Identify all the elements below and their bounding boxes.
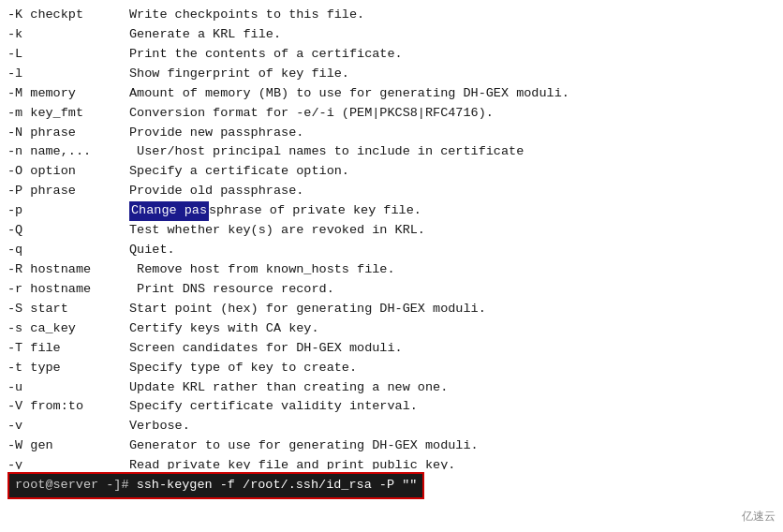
flag-N: -N phrase (7, 124, 129, 143)
flag-Q: -Q (7, 221, 129, 241)
line-O: -O option Specify a certificate option. (7, 162, 776, 182)
line-m: -m key_fmt Conversion format for -e/-i (… (7, 104, 776, 124)
line-V: -V from:to Specify certificate validity … (7, 397, 776, 417)
command-input[interactable]: root@server -]# ssh-keygen -f /root/.ssh… (7, 472, 424, 499)
desc-V: Specify certificate validity interval. (129, 397, 418, 417)
line-T: -T file Screen candidates for DH-GEX mod… (7, 339, 776, 359)
desc-m: Conversion format for -e/-i (PEM|PKCS8|R… (129, 104, 494, 124)
line-P: -P phrase Provide old passphrase. (7, 182, 776, 201)
flag-u: -u (7, 378, 129, 398)
watermark-text: 亿速云 (742, 510, 776, 523)
desc-L: Print the contents of a certificate. (129, 45, 403, 65)
flag-l: -l (7, 65, 129, 84)
line-L: -L Print the contents of a certificate. (7, 45, 776, 65)
flag-r: -r hostname (7, 280, 129, 300)
desc-M: Amount of memory (MB) to use for generat… (129, 84, 569, 104)
desc-t: Specify type of key to create. (129, 359, 357, 378)
flag-K: -K checkpt (7, 6, 129, 25)
desc-O: Specify a certificate option. (129, 162, 349, 182)
line-n: -n name,... User/host principal names to… (7, 142, 776, 162)
flag-m: -m key_fmt (7, 104, 129, 124)
desc-v: Verbose. (129, 417, 190, 436)
desc-N: Provide new passphrase. (129, 124, 303, 143)
line-t: -t type Specify type of key to create. (7, 359, 776, 378)
prompt: root@server (15, 478, 98, 492)
line-s: -s ca_key Certify keys with CA key. (7, 319, 776, 339)
flag-s: -s ca_key (7, 319, 129, 339)
terminal-window: -K checkpt Write checkpoints to this fil… (0, 0, 783, 532)
desc-T: Screen candidates for DH-GEX moduli. (129, 339, 403, 359)
flag-S: -S start (7, 300, 129, 319)
line-v: -v Verbose. (7, 417, 776, 436)
flag-O: -O option (7, 162, 129, 182)
line-q: -q Quiet. (7, 241, 776, 260)
flag-t: -t type (7, 359, 129, 378)
desc-S: Start point (hex) for generating DH-GEX … (129, 300, 486, 319)
desc-q: Quiet. (129, 241, 175, 260)
line-l: -l Show fingerprint of key file. (7, 65, 776, 84)
desc-R: Remove host from known_hosts file. (129, 260, 395, 280)
desc-n: User/host principal names to include in … (129, 142, 524, 162)
line-K: -K checkpt Write checkpoints to this fil… (7, 6, 776, 25)
line-S: -S start Start point (hex) for generatin… (7, 300, 776, 319)
line-M: -M memory Amount of memory (MB) to use f… (7, 84, 776, 104)
desc-p: sphrase of private key file. (209, 201, 421, 221)
flag-P: -P phrase (7, 182, 129, 201)
highlight-changepas: Change pas (129, 201, 209, 221)
flag-R: -R hostname (7, 260, 129, 280)
desc-s: Certify keys with CA key. (129, 319, 319, 339)
line-p: -p Change passphrase of private key file… (7, 201, 776, 221)
output-lines: -K checkpt Write checkpoints to this fil… (7, 6, 776, 495)
flag-n: -n name,... (7, 142, 129, 162)
desc-k: Generate a KRL file. (129, 25, 281, 45)
desc-l: Show fingerprint of key file. (129, 65, 349, 84)
command-bar: root@server -]# ssh-keygen -f /root/.ssh… (0, 469, 783, 502)
line-k: -k Generate a KRL file. (7, 25, 776, 45)
line-Q: -Q Test whether key(s) are revoked in KR… (7, 221, 776, 241)
desc-r: Print DNS resource record. (129, 280, 334, 300)
watermark: 亿速云 (742, 509, 776, 525)
line-R: -R hostname Remove host from known_hosts… (7, 260, 776, 280)
command-text: ssh-keygen -f /root/.ssh/id_rsa -P "" (129, 478, 418, 492)
desc-P: Provide old passphrase. (129, 182, 303, 201)
flag-k: -k (7, 25, 129, 45)
flag-V: -V from:to (7, 397, 129, 417)
flag-v: -v (7, 417, 129, 436)
line-W: -W gen Generator to use for generating D… (7, 436, 776, 456)
desc-K: Write checkpoints to this file. (129, 6, 364, 25)
flag-M: -M memory (7, 84, 129, 104)
line-N: -N phrase Provide new passphrase. (7, 124, 776, 143)
desc-Q: Test whether key(s) are revoked in KRL. (129, 221, 425, 241)
line-u: -u Update KRL rather than creating a new… (7, 378, 776, 398)
flag-W: -W gen (7, 436, 129, 456)
flag-L: -L (7, 45, 129, 65)
desc-u: Update KRL rather than creating a new on… (129, 378, 448, 398)
flag-q: -q (7, 241, 129, 260)
line-r: -r hostname Print DNS resource record. (7, 280, 776, 300)
prompt-bracket: -]# (98, 478, 128, 492)
flag-p: -p (7, 201, 129, 221)
flag-T: -T file (7, 339, 129, 359)
desc-W: Generator to use for generating DH-GEX m… (129, 436, 479, 456)
